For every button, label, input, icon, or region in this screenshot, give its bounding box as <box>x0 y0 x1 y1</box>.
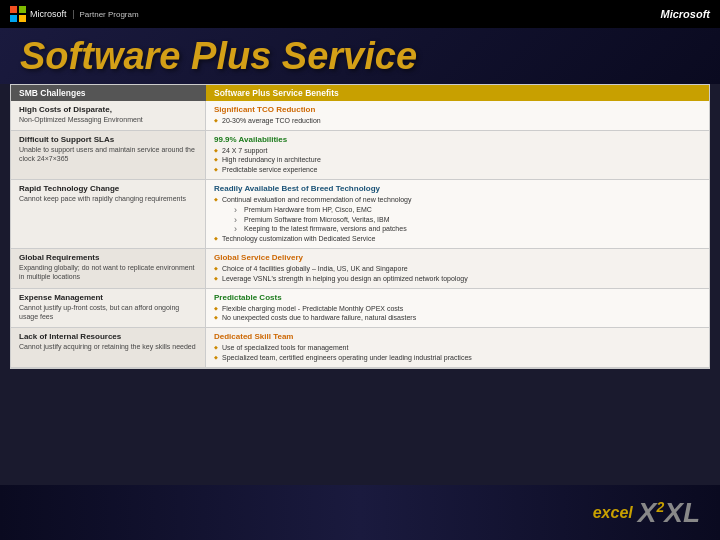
list-item: Keeping to the latest firmware, versions… <box>234 224 701 234</box>
right-col-3: Readily Available Best of Breed Technolo… <box>206 180 709 248</box>
challenge-desc-1: Non-Optimized Messaging Environment <box>19 115 197 124</box>
right-col-4: Global Service Delivery Choice of 4 faci… <box>206 249 709 288</box>
challenge-desc-6: Cannot justify acquiring or retaining th… <box>19 342 197 351</box>
challenge-title-1: High Costs of Disparate, <box>19 105 197 114</box>
benefit-title-3: Readily Available Best of Breed Technolo… <box>214 184 701 193</box>
right-col-1: Significant TCO Reduction 20-30% average… <box>206 101 709 130</box>
ms-partner-logo: Microsoft Partner Program <box>10 6 139 22</box>
left-col-3: Rapid Technology Change Cannot keep pace… <box>11 180 206 248</box>
benefit-title-6: Dedicated Skill Team <box>214 332 701 341</box>
list-item: Premium Hardware from HP, Cisco, EMC <box>234 205 701 215</box>
col-header-benefits: Software Plus Service Benefits <box>206 85 709 101</box>
ms-partner-text: Partner Program <box>73 10 139 19</box>
challenge-desc-2: Unable to support users and maintain ser… <box>19 145 197 163</box>
list-item: Premium Software from Microsoft, Veritas… <box>234 215 701 225</box>
xxl-text: X2XL <box>638 499 700 527</box>
list-item: High redundancy in architecture <box>214 155 701 165</box>
top-bar: Microsoft Partner Program Microsoft <box>0 0 720 28</box>
col-header-challenges: SMB Challenges <box>11 85 206 101</box>
ms-sq-green <box>19 6 26 13</box>
ms-logo-text: Microsoft <box>30 9 67 19</box>
benefit-title-1: Significant TCO Reduction <box>214 105 701 114</box>
benefit-list-3: Continual evaluation and recommendation … <box>214 195 701 244</box>
xxl-label: X <box>638 497 657 528</box>
table-row: Rapid Technology Change Cannot keep pace… <box>11 180 709 249</box>
table-row: Expense Management Cannot justify up-fro… <box>11 289 709 329</box>
benefit-title-4: Global Service Delivery <box>214 253 701 262</box>
ms-sq-red <box>10 6 17 13</box>
ms-sq-blue <box>10 15 17 22</box>
right-col-2: 99.9% Availabilities 24 X 7 support High… <box>206 131 709 179</box>
list-item: Use of specialized tools for management <box>214 343 701 353</box>
list-item: Predictable service experience <box>214 165 701 175</box>
benefit-title-2: 99.9% Availabilities <box>214 135 701 144</box>
list-item: No unexpected costs due to hardware fail… <box>214 313 701 323</box>
challenge-desc-4: Expanding globally; do not want to repli… <box>19 263 197 281</box>
benefit-list-1: 20-30% average TCO reduction <box>214 116 701 126</box>
challenge-title-5: Expense Management <box>19 293 197 302</box>
list-item: Flexible charging model - Predictable Mo… <box>214 304 701 314</box>
sub-list-3: Premium Hardware from HP, Cisco, EMC Pre… <box>222 205 701 234</box>
table-row: High Costs of Disparate, Non-Optimized M… <box>11 101 709 131</box>
table-body: High Costs of Disparate, Non-Optimized M… <box>11 101 709 368</box>
challenge-title-4: Global Requirements <box>19 253 197 262</box>
list-item: 24 X 7 support <box>214 146 701 156</box>
left-col-4: Global Requirements Expanding globally; … <box>11 249 206 288</box>
left-col-1: High Costs of Disparate, Non-Optimized M… <box>11 101 206 130</box>
challenge-title-3: Rapid Technology Change <box>19 184 197 193</box>
content-table: SMB Challenges Software Plus Service Ben… <box>10 84 710 369</box>
table-row: Difficult to Support SLAs Unable to supp… <box>11 131 709 180</box>
list-item: 20-30% average TCO reduction <box>214 116 701 126</box>
ms-sq-yellow <box>19 15 26 22</box>
main-title: Software Plus Service <box>20 36 700 78</box>
benefit-list-4: Choice of 4 facilities globally – India,… <box>214 264 701 284</box>
bottom-area: excel X2XL <box>0 485 720 540</box>
xxl-label2: XL <box>664 497 700 528</box>
list-item: Continual evaluation and recommendation … <box>214 195 701 234</box>
table-row: Lack of Internal Resources Cannot justif… <box>11 328 709 368</box>
challenge-desc-3: Cannot keep pace with rapidly changing r… <box>19 194 197 203</box>
ms-right-logo: Microsoft <box>661 8 711 20</box>
benefit-title-5: Predictable Costs <box>214 293 701 302</box>
left-col-2: Difficult to Support SLAs Unable to supp… <box>11 131 206 179</box>
right-col-6: Dedicated Skill Team Use of specialized … <box>206 328 709 367</box>
benefit-list-2: 24 X 7 support High redundancy in archit… <box>214 146 701 175</box>
benefit-list-5: Flexible charging model - Predictable Mo… <box>214 304 701 324</box>
list-item: Choice of 4 facilities globally – India,… <box>214 264 701 274</box>
benefit-list-6: Use of specialized tools for management … <box>214 343 701 363</box>
left-col-5: Expense Management Cannot justify up-fro… <box>11 289 206 328</box>
right-col-5: Predictable Costs Flexible charging mode… <box>206 289 709 328</box>
list-item: Specialized team, certified engineers op… <box>214 353 701 363</box>
left-col-6: Lack of Internal Resources Cannot justif… <box>11 328 206 367</box>
title-section: Software Plus Service <box>0 28 720 84</box>
challenge-title-6: Lack of Internal Resources <box>19 332 197 341</box>
challenge-title-2: Difficult to Support SLAs <box>19 135 197 144</box>
excel-text: excel <box>593 504 633 522</box>
ms-squares-icon <box>10 6 26 22</box>
list-item: Leverage VSNL's strength in helping you … <box>214 274 701 284</box>
excel-logo: excel X2XL <box>593 499 700 527</box>
list-item: Technology customization with Dedicated … <box>214 234 701 244</box>
challenge-desc-5: Cannot justify up-front costs, but can a… <box>19 303 197 321</box>
table-row: Global Requirements Expanding globally; … <box>11 249 709 289</box>
table-header: SMB Challenges Software Plus Service Ben… <box>11 85 709 101</box>
